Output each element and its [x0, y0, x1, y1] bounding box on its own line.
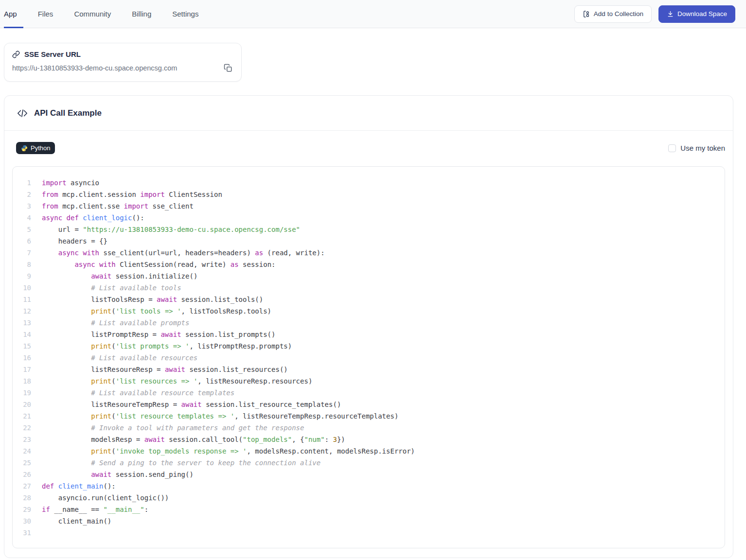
code-line-content: print('list tools => ', listToolsResp.to…	[31, 305, 271, 317]
use-my-token-checkbox[interactable]	[668, 144, 676, 152]
download-icon	[667, 10, 674, 18]
line-number: 5	[13, 224, 31, 235]
copy-url-button[interactable]	[223, 63, 233, 73]
code-line-content: # Invoke a tool with parameters and get …	[31, 422, 304, 434]
code-line: 15 print('list prompts => ', listPromptR…	[13, 340, 725, 352]
language-badge-python[interactable]: Python	[16, 142, 55, 154]
tab-community[interactable]: Community	[68, 0, 117, 28]
api-card-title: API Call Example	[34, 108, 102, 118]
code-line: 9 await session.initialize()	[13, 270, 725, 282]
code-line: 20 listResoureTempResp = await session.l…	[13, 399, 725, 410]
code-line: 31	[13, 527, 725, 539]
line-number: 9	[13, 270, 31, 282]
code-line: 11 listToolsResp = await session.list_to…	[13, 294, 725, 305]
code-line-content: if __name__ == "__main__":	[31, 504, 148, 515]
python-logo-icon	[21, 145, 28, 152]
tab-billing[interactable]: Billing	[125, 0, 158, 28]
tab-files[interactable]: Files	[32, 0, 60, 28]
code-line: 4async def client_logic():	[13, 212, 725, 224]
link-icon	[12, 51, 20, 58]
code-line-content: listToolsResp = await session.list_tools…	[31, 294, 263, 305]
copy-icon	[224, 64, 232, 72]
line-number: 1	[13, 177, 31, 189]
code-line-content: print('list resources => ', listResoureR…	[31, 375, 312, 387]
code-line-content: # List available prompts	[31, 317, 189, 329]
line-number: 3	[13, 200, 31, 212]
language-badge-label: Python	[31, 144, 50, 152]
line-number: 31	[13, 527, 31, 539]
sse-card-title: SSE Server URL	[24, 50, 81, 58]
sse-server-url-value: https://u-13810853933-demo-cu.space.open…	[12, 64, 177, 72]
code-line: 27def client_main():	[13, 480, 725, 492]
code-line: 8 async with ClientSession(read, write) …	[13, 259, 725, 270]
line-number: 16	[13, 352, 31, 364]
code-line: 25 # Send a ping to the server to keep t…	[13, 457, 725, 469]
top-navigation: App Files Community Billing Settings Add…	[0, 0, 746, 28]
api-call-example-card: API Call Example Python Use my token 1im…	[4, 95, 733, 558]
line-number: 28	[13, 492, 31, 504]
code-line-content: import asyncio	[31, 177, 99, 189]
code-line-content: modelsResp = await session.call_tool("to…	[31, 434, 345, 445]
line-number: 29	[13, 504, 31, 515]
collection-icon	[583, 10, 590, 18]
code-line-content: headers = {}	[31, 235, 107, 247]
line-number: 7	[13, 247, 31, 259]
code-line-content: url = "https://u-13810853933-demo-cu.spa…	[31, 224, 300, 235]
line-number: 23	[13, 434, 31, 445]
download-space-button[interactable]: Download Space	[658, 5, 735, 23]
code-line: 6 headers = {}	[13, 235, 725, 247]
line-number: 13	[13, 317, 31, 329]
code-lines: 1import asyncio2from mcp.client.session …	[13, 177, 725, 539]
line-number: 17	[13, 364, 31, 375]
line-number: 24	[13, 445, 31, 457]
use-my-token-label: Use my token	[680, 144, 725, 152]
code-line: 26 await session.send_ping()	[13, 469, 725, 480]
code-line-content: # List available resources	[31, 352, 197, 364]
add-to-collection-button[interactable]: Add to Collection	[574, 5, 652, 23]
space-tabs: App Files Community Billing Settings	[4, 0, 205, 28]
code-line-content: async with ClientSession(read, write) as…	[31, 259, 275, 270]
line-number: 10	[13, 282, 31, 294]
code-line-content: listResoureTempResp = await session.list…	[31, 399, 341, 410]
code-line-content: await session.initialize()	[31, 270, 197, 282]
line-number: 21	[13, 410, 31, 422]
code-line-content: listPromptResp = await session.list_prom…	[31, 329, 275, 340]
code-line: 30 client_main()	[13, 515, 725, 527]
code-line: 10 # List available tools	[13, 282, 725, 294]
code-line-content: from mcp.client.sse import sse_client	[31, 200, 194, 212]
code-line: 28 asyncio.run(client_logic())	[13, 492, 725, 504]
line-number: 12	[13, 305, 31, 317]
tab-app[interactable]: App	[4, 0, 23, 28]
line-number: 15	[13, 340, 31, 352]
code-line: 22 # Invoke a tool with parameters and g…	[13, 422, 725, 434]
code-line: 17 listResoureResp = await session.list_…	[13, 364, 725, 375]
use-my-token-toggle[interactable]: Use my token	[668, 144, 725, 152]
line-number: 18	[13, 375, 31, 387]
line-number: 26	[13, 469, 31, 480]
line-number: 8	[13, 259, 31, 270]
line-number: 6	[13, 235, 31, 247]
code-line-content: print('invoke top_models response => ', …	[31, 445, 415, 457]
code-line-content: # List available resource templates	[31, 387, 234, 399]
code-toolbar: Python Use my token	[12, 142, 725, 154]
code-line: 1import asyncio	[13, 177, 725, 189]
code-line: 13 # List available prompts	[13, 317, 725, 329]
line-number: 22	[13, 422, 31, 434]
add-to-collection-label: Add to Collection	[594, 10, 643, 18]
api-card-header: API Call Example	[4, 96, 733, 131]
code-line-content: print('list prompts => ', listPromptResp…	[31, 340, 292, 352]
code-line-content: asyncio.run(client_logic())	[31, 492, 169, 504]
line-number: 4	[13, 212, 31, 224]
line-number: 19	[13, 387, 31, 399]
code-line: 19 # List available resource templates	[13, 387, 725, 399]
code-line-content: # List available tools	[31, 282, 181, 294]
code-line: 24 print('invoke top_models response => …	[13, 445, 725, 457]
tab-settings[interactable]: Settings	[166, 0, 205, 28]
nav-actions: Add to Collection Download Space	[574, 5, 735, 23]
code-line: 29if __name__ == "__main__":	[13, 504, 725, 515]
code-line-content: async with sse_client(url=url, headers=h…	[31, 247, 325, 259]
code-line-content	[31, 527, 42, 539]
code-line-content: # Send a ping to the server to keep the …	[31, 457, 320, 469]
line-number: 20	[13, 399, 31, 410]
api-card-content: Python Use my token 1import asyncio2from…	[4, 131, 733, 558]
